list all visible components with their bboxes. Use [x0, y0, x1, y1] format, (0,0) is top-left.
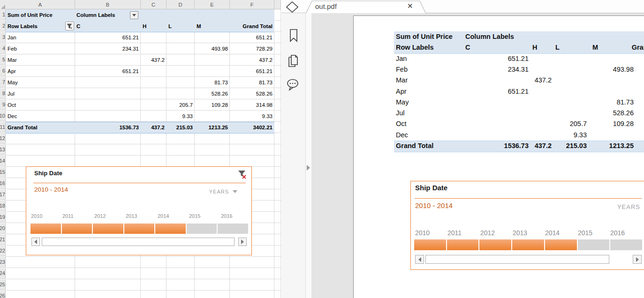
pivot-value[interactable]: 81.73 — [181, 77, 228, 88]
year-segment-2010[interactable] — [30, 224, 61, 234]
row-header-6[interactable]: 6 — [0, 66, 6, 76]
pivot-grand-total-label[interactable]: Grand Total — [8, 122, 38, 133]
year-segment-2012[interactable] — [93, 224, 123, 234]
row-header-3[interactable]: 3 — [0, 32, 6, 43]
pivot-row-label[interactable]: Mar — [8, 54, 17, 66]
pivot-value[interactable]: 493.98 — [181, 43, 228, 54]
row-header-22[interactable]: 22 — [0, 246, 6, 256]
row-header-19[interactable]: 19 — [0, 212, 6, 223]
year-segment-2014 — [545, 239, 577, 250]
row-header-23[interactable]: 23 — [0, 257, 6, 268]
year-segment-2011 — [447, 239, 479, 250]
pivot-value[interactable]: 9.33 — [226, 111, 273, 122]
column-header-sliver[interactable] — [274, 0, 281, 9]
pivot-column-area-label[interactable]: Column Labels — [76, 9, 115, 21]
year-segment-2013[interactable] — [124, 224, 155, 234]
pivot-value[interactable]: 437.2 — [118, 54, 165, 66]
pages-icon[interactable] — [286, 53, 300, 68]
row-header-10[interactable]: 10 — [0, 111, 6, 121]
clear-filter-button[interactable] — [236, 169, 248, 180]
row-header-15[interactable]: 15 — [0, 167, 6, 178]
row-header-7[interactable]: 7 — [0, 77, 6, 88]
bookmarks-icon[interactable] — [287, 28, 300, 43]
row-labels-filter-button[interactable] — [65, 22, 74, 30]
row-header-8[interactable]: 8 — [0, 88, 6, 99]
timeline-slicer[interactable]: Ship Date2010 - 2014YEARS201020112012201… — [26, 166, 252, 255]
annotations-icon[interactable] — [286, 78, 300, 92]
pdf-column-label-L: L — [555, 42, 560, 53]
row-header-18[interactable]: 18 — [0, 201, 6, 211]
column-header-F[interactable]: F — [230, 0, 274, 9]
pivot-value[interactable]: 651.21 — [92, 32, 139, 43]
pivot-grand-total-value[interactable]: 1213.25 — [181, 122, 228, 133]
pivot-value[interactable]: 651.21 — [226, 32, 273, 43]
row-header-2[interactable]: 2 — [0, 21, 6, 31]
row-header-24[interactable]: 24 — [0, 268, 6, 279]
row-header-1[interactable]: 1 — [0, 9, 6, 20]
column-header-D[interactable]: D — [167, 0, 195, 9]
pivot-row-label[interactable]: Apr — [8, 66, 16, 77]
triangle-right-icon — [241, 239, 244, 244]
pivot-column-label-M[interactable]: M — [197, 21, 201, 32]
pivot-value[interactable]: 728.29 — [226, 43, 273, 54]
time-level-dropdown[interactable]: YEARS — [209, 189, 237, 194]
year-segment-2016[interactable] — [218, 224, 248, 234]
pivot-value[interactable]: 528.26 — [226, 88, 273, 99]
pivot-value[interactable]: 9.33 — [146, 111, 193, 122]
pdf-measure-label: Sum of Unit Price — [396, 31, 453, 42]
scroll-left-button[interactable] — [31, 238, 40, 246]
row-header-5[interactable]: 5 — [0, 54, 6, 65]
column-header-C[interactable]: C — [141, 0, 167, 9]
row-header-13[interactable]: 13 — [0, 144, 6, 155]
row-header-17[interactable]: 17 — [0, 189, 6, 200]
tab-close-icon[interactable]: ✕ — [407, 2, 413, 10]
scroll-right-button[interactable] — [238, 238, 247, 246]
pivot-row-label[interactable]: Oct — [8, 99, 16, 111]
pivot-row-label[interactable]: Jan — [8, 32, 16, 43]
pivot-value[interactable]: 81.73 — [226, 77, 273, 88]
pivot-value[interactable]: 651.21 — [226, 66, 273, 77]
row-header-9[interactable]: 9 — [0, 99, 6, 110]
pivot-row-label[interactable]: Feb — [8, 43, 17, 54]
column-header-B[interactable]: B — [75, 0, 141, 9]
pivot-value[interactable]: 651.21 — [92, 66, 139, 77]
pivot-row-label[interactable]: May — [8, 77, 18, 88]
pivot-row-area-label[interactable]: Row Labels — [8, 21, 38, 32]
pivot-measure-label[interactable]: Sum of Unit Price — [8, 9, 53, 21]
screen: ABCDEF 123456789101112131415161718192021… — [0, 0, 644, 298]
pivot-value[interactable]: 314.98 — [226, 99, 273, 111]
pivot-column-label-L[interactable]: L — [168, 21, 172, 32]
column-header-E[interactable]: E — [195, 0, 230, 9]
pivot-column-label-H[interactable]: H — [143, 21, 146, 32]
row-header-14[interactable]: 14 — [0, 156, 6, 166]
column-header-A[interactable]: A — [6, 0, 75, 9]
row-header-12[interactable]: 12 — [0, 133, 6, 144]
app-logo-icon — [286, 1, 298, 13]
row-header-4[interactable]: 4 — [0, 43, 6, 54]
pdf-row-label: Mar — [396, 75, 408, 86]
pivot-column-label-grand-total[interactable]: Grand Total — [226, 21, 273, 32]
pivot-value[interactable]: 528.26 — [181, 88, 228, 99]
pivot-row-label[interactable]: Jul — [8, 88, 15, 99]
year-segment-2014[interactable] — [155, 224, 186, 234]
year-segment-2015[interactable] — [187, 224, 217, 234]
slicer-title: Ship Date — [415, 184, 447, 192]
pivot-grand-total-value[interactable]: 3402.21 — [226, 122, 273, 133]
pivot-value[interactable]: 109.28 — [181, 99, 228, 111]
pdf-row-label: Feb — [396, 64, 408, 75]
pivot-row-label[interactable]: Dec — [8, 111, 17, 122]
pivot-value[interactable]: 437.2 — [226, 54, 273, 66]
scroll-track[interactable] — [42, 238, 235, 246]
year-segment-2011[interactable] — [62, 224, 92, 234]
row-header-16[interactable]: 16 — [0, 178, 6, 189]
column-labels-dropdown-button[interactable] — [130, 11, 138, 19]
row-header-11[interactable]: 11 — [0, 122, 6, 133]
row-header-21[interactable]: 21 — [0, 234, 6, 245]
year-segment-2015 — [578, 239, 610, 250]
pivot-value[interactable]: 234.31 — [92, 43, 139, 54]
row-header-20[interactable]: 20 — [0, 223, 6, 234]
row-header-25[interactable]: 25 — [0, 279, 6, 290]
sidebar-expand-handle[interactable] — [306, 13, 311, 298]
row-header-26[interactable]: 26 — [0, 291, 6, 298]
pivot-column-label-C[interactable]: C — [76, 21, 80, 32]
